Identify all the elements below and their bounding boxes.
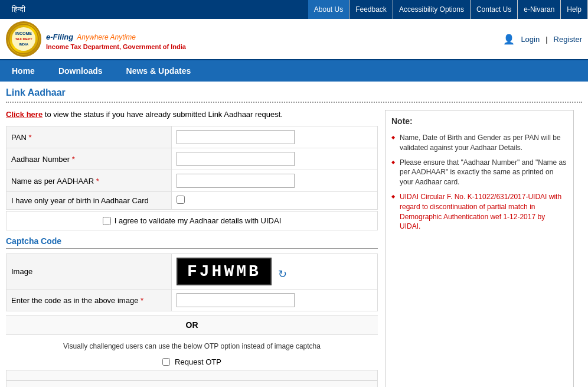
about-us-link[interactable]: About Us	[308, 0, 349, 19]
captcha-image-row: Image FJHWMB ↻	[6, 254, 378, 290]
name-input-cell	[172, 170, 378, 192]
aadhaar-required: *	[72, 155, 75, 164]
year-only-row: I have only year of birth in Aadhaar Car…	[6, 192, 378, 210]
otp-row: Request OTP	[6, 354, 378, 370]
svg-text:INDIA: INDIA	[19, 43, 29, 46]
page-content: Link Aadhaar Click here to view the stat…	[0, 82, 588, 387]
captcha-required: *	[141, 296, 143, 305]
separator: |	[545, 35, 547, 44]
register-link[interactable]: Register	[554, 35, 582, 44]
captcha-image: FJHWMB	[177, 258, 272, 285]
enivaran-link[interactable]: e-Nivaran	[518, 0, 561, 19]
agree-label: I agree to validate my Aadhaar details w…	[115, 216, 282, 225]
name-row: Name as per AADHAAR *	[6, 170, 378, 192]
name-input[interactable]	[177, 174, 295, 188]
person-icon: 👤	[503, 34, 515, 45]
captcha-image-label: Image	[6, 254, 172, 290]
aadhaar-input-cell	[172, 148, 378, 170]
header: INCOME TAX DEPT INDIA e-Filing Anywhere …	[0, 19, 588, 60]
otp-checkbox[interactable]	[162, 358, 170, 366]
captcha-section: Captcha Code Image FJHWMB ↻ Enter the co…	[6, 236, 378, 387]
note-title: Note:	[391, 116, 567, 126]
page-title: Link Aadhaar	[6, 87, 582, 103]
agree-checkbox[interactable]	[103, 217, 111, 225]
top-nav: हिन्दी About Us Feedback Accessibility O…	[0, 0, 588, 19]
year-only-checkbox[interactable]	[177, 196, 185, 204]
content-grid: Click here to view the status if you hav…	[6, 110, 582, 387]
pan-label: PAN *	[6, 126, 172, 148]
otp-info: Visually challenged users can use the be…	[6, 339, 378, 354]
nav-news[interactable]: News & Updates	[115, 60, 203, 82]
pan-row: PAN *	[6, 126, 378, 148]
hindi-link[interactable]: हिन्दी	[6, 0, 31, 19]
note-item-3: UIDAI Circular F. No. K-11022/631/2017-U…	[391, 190, 567, 234]
svg-text:INCOME: INCOME	[15, 31, 32, 35]
year-only-checkbox-cell	[172, 192, 378, 210]
pan-input[interactable]	[177, 130, 295, 144]
refresh-icon[interactable]: ↻	[278, 268, 287, 280]
contact-us-link[interactable]: Contact Us	[471, 0, 518, 19]
or-separator: OR	[6, 315, 378, 335]
note-list: Name, Date of Birth and Gender as per PA…	[391, 131, 567, 234]
year-only-label: I have only year of birth in Aadhaar Car…	[6, 192, 172, 210]
name-required: *	[96, 177, 99, 186]
pan-input-cell	[172, 126, 378, 148]
svg-text:TAX DEPT: TAX DEPT	[15, 37, 32, 41]
aadhaar-row: Aadhaar Number *	[6, 148, 378, 170]
note-panel: Note: Name, Date of Birth and Gender as …	[385, 110, 574, 387]
main-nav: Home Downloads News & Updates	[0, 60, 588, 82]
captcha-form: Image FJHWMB ↻ Enter the code as in the …	[6, 253, 378, 311]
note-item-2: Please ensure that "Aadhaar Number" and …	[391, 155, 567, 190]
captcha-code-row: Enter the code as in the above image *	[6, 290, 378, 311]
feedback-link[interactable]: Feedback	[349, 0, 393, 19]
accessibility-link[interactable]: Accessibility Options	[393, 0, 471, 19]
otp-label: Request OTP	[175, 357, 221, 366]
captcha-code-cell	[172, 290, 378, 311]
logo-text: e-Filing Anywhere Anytime Income Tax Dep…	[46, 28, 186, 50]
help-link[interactable]: Help	[561, 0, 588, 19]
click-here-link[interactable]: Click here	[6, 110, 43, 119]
aadhaar-label: Aadhaar Number *	[6, 148, 172, 170]
captcha-code-label: Enter the code as in the above image *	[6, 290, 172, 311]
captcha-title: Captcha Code	[6, 236, 378, 249]
captcha-input[interactable]	[177, 293, 295, 307]
click-here-row: Click here to view the status if you hav…	[6, 110, 378, 119]
top-nav-links: About Us Feedback Accessibility Options …	[308, 0, 588, 19]
header-right: 👤 Login | Register	[503, 34, 582, 45]
agree-row: I agree to validate my Aadhaar details w…	[6, 211, 378, 230]
empty-row-1	[6, 370, 378, 381]
link-aadhaar-form: PAN * Aadhaar Number * Nam	[6, 126, 378, 210]
header-logo: INCOME TAX DEPT INDIA e-Filing Anywhere …	[6, 21, 186, 57]
captcha-image-cell: FJHWMB ↻	[172, 254, 378, 290]
nav-home[interactable]: Home	[0, 60, 47, 82]
empty-row-2	[6, 381, 378, 387]
click-here-text: to view the status if you have already s…	[43, 110, 283, 119]
logo-efiling: e-Filing Anywhere Anytime	[46, 28, 186, 43]
content-left: Click here to view the status if you hav…	[6, 110, 378, 387]
logo-subtitle: Income Tax Department, Government of Ind…	[46, 43, 186, 50]
name-label: Name as per AADHAAR *	[6, 170, 172, 192]
pan-required: *	[28, 133, 31, 142]
top-nav-left: हिन्दी	[0, 0, 31, 19]
nav-downloads[interactable]: Downloads	[47, 60, 115, 82]
login-link[interactable]: Login	[521, 35, 540, 44]
note-item-1: Name, Date of Birth and Gender as per PA…	[391, 131, 567, 155]
logo-emblem: INCOME TAX DEPT INDIA	[6, 21, 41, 57]
aadhaar-input[interactable]	[177, 152, 295, 166]
